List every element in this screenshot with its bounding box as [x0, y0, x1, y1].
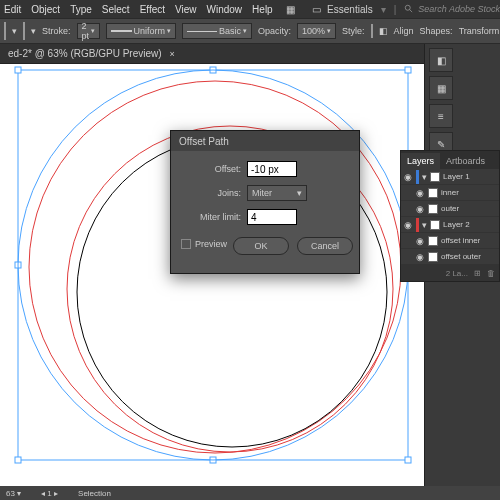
delete-layer-icon[interactable]: 🗑	[487, 269, 495, 278]
offset-path-dialog: Offset Path Offset: Joins: Miter▾ Miter …	[170, 130, 360, 274]
shapes-label[interactable]: Shapes:	[420, 26, 453, 36]
stroke-label: Stroke:	[42, 26, 71, 36]
search-placeholder: Search Adobe Stock	[418, 4, 500, 14]
preview-checkbox[interactable]: Preview	[181, 239, 227, 249]
layer-thumb	[428, 236, 438, 246]
artwork	[0, 64, 424, 486]
new-layer-icon[interactable]: ⊞	[474, 269, 481, 278]
brush-def[interactable]: Basic▾	[182, 23, 252, 39]
opacity-field[interactable]: 100%▾	[297, 23, 336, 39]
visibility-icon[interactable]: ◉	[415, 188, 425, 198]
tab-artboards[interactable]: Artboards	[440, 153, 491, 169]
visibility-icon[interactable]: ◉	[403, 172, 413, 182]
joins-label: Joins:	[181, 188, 241, 198]
svg-line-1	[410, 10, 413, 13]
close-tab-icon[interactable]: ×	[170, 49, 175, 59]
visibility-icon[interactable]: ◉	[415, 236, 425, 246]
width-profile[interactable]: Uniform▾	[106, 23, 176, 39]
workspace-bar: Essentials ▾ | Search Adobe Stock	[327, 0, 500, 18]
document-title: ed-2* @ 63% (RGB/GPU Preview)	[8, 48, 162, 59]
expand-icon[interactable]: ▾	[422, 172, 427, 182]
swatches-panel-icon[interactable]: ▦	[429, 76, 453, 100]
zoom-level[interactable]: 63 ▾	[6, 489, 21, 498]
style-label: Style:	[342, 26, 365, 36]
layer-row-2[interactable]: ◉ ▾ Layer 2	[401, 217, 499, 233]
svg-point-0	[406, 5, 411, 10]
bridge-icon[interactable]: ▦	[283, 1, 299, 17]
layer-thumb	[428, 252, 438, 262]
menu-effect[interactable]: Effect	[140, 4, 165, 15]
visibility-icon[interactable]: ◉	[415, 252, 425, 262]
current-tool: Selection	[78, 489, 111, 498]
opacity-label: Opacity:	[258, 26, 291, 36]
style-swatch[interactable]	[371, 24, 373, 38]
layer-thumb	[430, 172, 440, 182]
layers-panel: Layers Artboards ◉ ▾ Layer 1 ◉ inner ◉ o…	[400, 150, 500, 282]
offset-input[interactable]	[247, 161, 297, 177]
menu-window[interactable]: Window	[207, 4, 243, 15]
canvas[interactable]	[0, 64, 424, 486]
search-icon	[404, 4, 414, 14]
sublayer-inner[interactable]: ◉ inner	[401, 185, 499, 201]
joins-select[interactable]: Miter▾	[247, 185, 307, 201]
svg-rect-3	[405, 67, 411, 73]
layer-count: 2 La...	[446, 269, 468, 278]
stroke-weight[interactable]: 2 pt▾	[77, 23, 101, 39]
expand-icon[interactable]: ▾	[422, 220, 427, 230]
cancel-button[interactable]: Cancel	[297, 237, 353, 255]
doc-setup-icon[interactable]: ◧	[379, 23, 388, 39]
dialog-title[interactable]: Offset Path	[171, 131, 359, 151]
miter-label: Miter limit:	[181, 212, 241, 222]
stroke-panel-icon[interactable]: ≡	[429, 104, 453, 128]
layer-thumb	[430, 220, 440, 230]
artboard-nav[interactable]: ◂ 1 ▸	[41, 489, 58, 498]
sublayer-outer[interactable]: ◉ outer	[401, 201, 499, 217]
status-bar: 63 ▾ ◂ 1 ▸ Selection	[0, 486, 500, 500]
miter-input[interactable]	[247, 209, 297, 225]
sublayer-offset-outer[interactable]: ◉ offset outer	[401, 249, 499, 265]
visibility-icon[interactable]: ◉	[415, 204, 425, 214]
ok-button[interactable]: OK	[233, 237, 289, 255]
menu-type[interactable]: Type	[70, 4, 92, 15]
fill-swatch[interactable]	[4, 22, 6, 40]
svg-rect-5	[405, 457, 411, 463]
layer-row-1[interactable]: ◉ ▾ Layer 1	[401, 169, 499, 185]
arrange-icon[interactable]: ▭	[309, 1, 325, 17]
menu-help[interactable]: Help	[252, 4, 273, 15]
layer-thumb	[428, 204, 438, 214]
stroke-swatch[interactable]	[23, 22, 25, 40]
workspace-switcher[interactable]: Essentials	[327, 4, 373, 15]
layers-footer: 2 La... ⊞ 🗑	[401, 265, 499, 281]
menu-edit[interactable]: Edit	[4, 4, 21, 15]
menu-object[interactable]: Object	[31, 4, 60, 15]
stock-search[interactable]: Search Adobe Stock	[404, 4, 500, 14]
visibility-icon[interactable]: ◉	[403, 220, 413, 230]
layer-thumb	[428, 188, 438, 198]
menu-select[interactable]: Select	[102, 4, 130, 15]
menu-view[interactable]: View	[175, 4, 197, 15]
sublayer-offset-inner[interactable]: ◉ offset inner	[401, 233, 499, 249]
checkbox-icon	[181, 239, 191, 249]
svg-rect-4	[15, 457, 21, 463]
svg-rect-2	[15, 67, 21, 73]
tab-layers[interactable]: Layers	[401, 153, 440, 169]
transform-label[interactable]: Transform	[459, 26, 500, 36]
color-panel-icon[interactable]: ◧	[429, 48, 453, 72]
offset-label: Offset:	[181, 164, 241, 174]
control-bar: ▾ ▾ Stroke: 2 pt▾ Uniform▾ Basic▾ Opacit…	[0, 18, 500, 44]
align-label[interactable]: Align	[394, 26, 414, 36]
